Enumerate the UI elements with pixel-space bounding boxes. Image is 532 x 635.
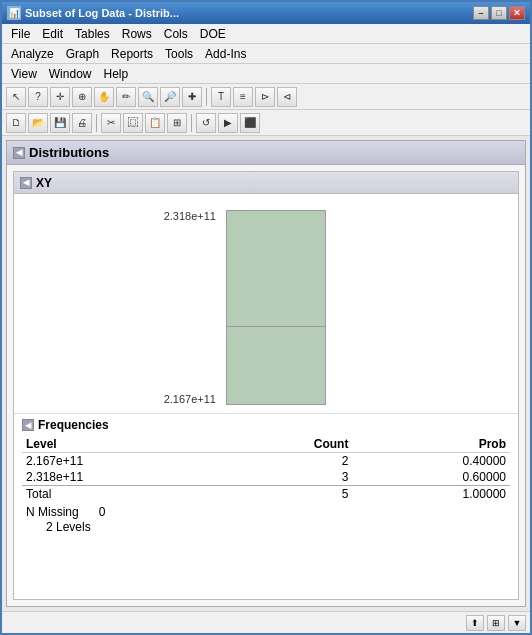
- menu-doe[interactable]: DOE: [195, 26, 231, 42]
- menu-bar-2: Analyze Graph Reports Tools Add-Ins: [2, 44, 530, 64]
- menu-tools[interactable]: Tools: [160, 46, 198, 62]
- frequencies-title: Frequencies: [38, 418, 109, 432]
- xy-collapse-icon[interactable]: ◀: [20, 177, 32, 189]
- main-content: ◀ Distributions ◀ XY 2.318e+11 2.167e+11: [2, 136, 530, 611]
- levels-label: 2 Levels: [26, 520, 91, 534]
- main-window: 📊 Subset of Log Data - Distrib... – □ ✕ …: [0, 0, 532, 635]
- menu-analyze[interactable]: Analyze: [6, 46, 59, 62]
- total-prob: 1.00000: [352, 486, 510, 503]
- menu-file[interactable]: File: [6, 26, 35, 42]
- status-up-btn[interactable]: ⬆: [466, 615, 484, 631]
- n-missing-row: N Missing 0: [26, 505, 506, 519]
- freq-extra: N Missing 0 2 Levels: [22, 502, 510, 537]
- app-icon: 📊: [7, 6, 21, 20]
- menu-bar-1: File Edit Tables Rows Cols DOE: [2, 24, 530, 44]
- freq-collapse-icon[interactable]: ◀: [22, 419, 34, 431]
- chart-area: 2.318e+11 2.167e+11: [14, 194, 518, 414]
- col-level: Level: [22, 436, 222, 453]
- menu-help[interactable]: Help: [98, 66, 133, 82]
- title-bar: 📊 Subset of Log Data - Distrib... – □ ✕: [2, 2, 530, 24]
- prob-2: 0.60000: [352, 469, 510, 486]
- toolbar-run[interactable]: ▶: [218, 113, 238, 133]
- count-1: 2: [222, 453, 353, 470]
- menu-view[interactable]: View: [6, 66, 42, 82]
- toolbar-text[interactable]: T: [211, 87, 231, 107]
- distributions-panel: ◀ Distributions ◀ XY 2.318e+11 2.167e+11: [6, 140, 526, 607]
- toolbar-sep-1: [206, 88, 207, 106]
- col-count: Count: [222, 436, 353, 453]
- menu-window[interactable]: Window: [44, 66, 97, 82]
- toolbar-save[interactable]: 💾: [50, 113, 70, 133]
- chart-y-lower: 2.167e+11: [164, 393, 216, 405]
- level-1: 2.167e+11: [22, 453, 222, 470]
- toolbar-1: ↖ ? ✛ ⊕ ✋ ✏ 🔍 🔎 ✚ T ≡ ⊳ ⊲: [2, 84, 530, 110]
- menu-bar-3: View Window Help: [2, 64, 530, 84]
- toolbar-2: 🗋 📂 💾 🖨 ✂ ⿴ 📋 ⊞ ↺ ▶ ⬛: [2, 110, 530, 136]
- title-controls: – □ ✕: [473, 6, 525, 20]
- level-2: 2.318e+11: [22, 469, 222, 486]
- status-bar: ⬆ ⊞ ▼: [2, 611, 530, 633]
- col-prob: Prob: [352, 436, 510, 453]
- toolbar-magnify[interactable]: ⊕: [72, 87, 92, 107]
- xy-header: ◀ XY: [14, 172, 518, 194]
- bar-lower: [227, 327, 325, 404]
- toolbar-open[interactable]: 📂: [28, 113, 48, 133]
- toolbar-refresh[interactable]: ↺: [196, 113, 216, 133]
- toolbar-hand[interactable]: ✋: [94, 87, 114, 107]
- n-missing-value: 0: [99, 505, 106, 519]
- toolbar-sep-3: [191, 114, 192, 132]
- window-title: Subset of Log Data - Distrib...: [25, 7, 179, 19]
- count-2: 3: [222, 469, 353, 486]
- maximize-button[interactable]: □: [491, 6, 507, 20]
- toolbar-fwd[interactable]: ⊳: [255, 87, 275, 107]
- total-label: Total: [22, 486, 222, 503]
- toolbar-bwd[interactable]: ⊲: [277, 87, 297, 107]
- menu-edit[interactable]: Edit: [37, 26, 68, 42]
- total-row: Total 5 1.00000: [22, 486, 510, 503]
- toolbar-stop[interactable]: ⬛: [240, 113, 260, 133]
- toolbar-select[interactable]: ↖: [6, 87, 26, 107]
- toolbar-sep-2: [96, 114, 97, 132]
- distributions-title: Distributions: [29, 145, 109, 160]
- toolbar-paste[interactable]: 📋: [145, 113, 165, 133]
- toolbar-zoom-in[interactable]: 🔍: [138, 87, 158, 107]
- title-bar-left: 📊 Subset of Log Data - Distrib...: [7, 6, 179, 20]
- frequencies-section: ◀ Frequencies Level Count Prob: [14, 414, 518, 541]
- toolbar-lines[interactable]: ≡: [233, 87, 253, 107]
- table-row: 2.167e+11 2 0.40000: [22, 453, 510, 470]
- bar-upper: [227, 211, 325, 327]
- menu-cols[interactable]: Cols: [159, 26, 193, 42]
- status-down-btn[interactable]: ▼: [508, 615, 526, 631]
- menu-add-ins[interactable]: Add-Ins: [200, 46, 251, 62]
- frequencies-header: ◀ Frequencies: [22, 418, 510, 432]
- menu-reports[interactable]: Reports: [106, 46, 158, 62]
- minimize-button[interactable]: –: [473, 6, 489, 20]
- n-missing-label: N Missing: [26, 505, 79, 519]
- status-grid-btn[interactable]: ⊞: [487, 615, 505, 631]
- distributions-collapse-icon[interactable]: ◀: [13, 147, 25, 159]
- levels-row: 2 Levels: [26, 520, 506, 534]
- xy-sub-panel: ◀ XY 2.318e+11 2.167e+11: [13, 171, 519, 600]
- distributions-header: ◀ Distributions: [7, 141, 525, 165]
- prob-1: 0.40000: [352, 453, 510, 470]
- toolbar-plus[interactable]: ✚: [182, 87, 202, 107]
- menu-graph[interactable]: Graph: [61, 46, 104, 62]
- toolbar-print[interactable]: 🖨: [72, 113, 92, 133]
- menu-tables[interactable]: Tables: [70, 26, 115, 42]
- toolbar-copy[interactable]: ⿴: [123, 113, 143, 133]
- chart-y-upper: 2.318e+11: [164, 210, 216, 222]
- xy-label: XY: [36, 176, 52, 190]
- toolbar-new[interactable]: 🗋: [6, 113, 26, 133]
- frequencies-table: Level Count Prob 2.167e+11 2 0.40000: [22, 436, 510, 502]
- toolbar-grid[interactable]: ⊞: [167, 113, 187, 133]
- toolbar-brush[interactable]: ✏: [116, 87, 136, 107]
- close-button[interactable]: ✕: [509, 6, 525, 20]
- toolbar-cut[interactable]: ✂: [101, 113, 121, 133]
- toolbar-crosshair[interactable]: ✛: [50, 87, 70, 107]
- table-row: 2.318e+11 3 0.60000: [22, 469, 510, 486]
- toolbar-zoom-out[interactable]: 🔎: [160, 87, 180, 107]
- total-count: 5: [222, 486, 353, 503]
- menu-rows[interactable]: Rows: [117, 26, 157, 42]
- toolbar-help[interactable]: ?: [28, 87, 48, 107]
